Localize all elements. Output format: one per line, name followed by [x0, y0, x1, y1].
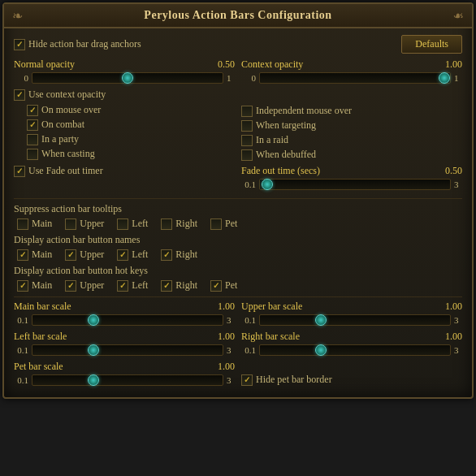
- names-upper-row: Upper: [65, 249, 104, 261]
- on-mouse-over-checkbox[interactable]: [27, 105, 38, 116]
- left-scale-label: Left bar scale: [14, 331, 67, 343]
- suppress-left-checkbox[interactable]: [117, 219, 128, 230]
- right-scale-slider[interactable]: [259, 344, 451, 356]
- suppress-main-checkbox[interactable]: [17, 219, 28, 230]
- context-opacity-thumb[interactable]: [439, 72, 450, 84]
- hotkeys-right-checkbox[interactable]: [161, 280, 172, 292]
- independent-mouse-checkbox[interactable]: [241, 106, 253, 117]
- use-context-label: Use context opacity: [28, 89, 106, 101]
- hotkeys-upper-row: Upper: [65, 279, 104, 292]
- on-combat-checkbox[interactable]: [27, 119, 38, 131]
- on-combat-row: On combat: [27, 119, 235, 131]
- context-opacity-slider[interactable]: [259, 72, 451, 84]
- when-targeting-label: When targeting: [256, 119, 316, 132]
- suppress-left-row: Left: [117, 218, 148, 230]
- hotkeys-upper-label: Upper: [80, 279, 104, 292]
- normal-opacity-thumb[interactable]: [122, 72, 133, 84]
- left-scale-slider[interactable]: [32, 344, 223, 356]
- hotkeys-main-row: Main: [17, 279, 52, 292]
- names-left-checkbox[interactable]: [117, 249, 128, 261]
- hotkeys-upper-checkbox[interactable]: [65, 280, 76, 292]
- fade-timer-row: Use Fade out timer: [14, 165, 235, 177]
- suppress-tooltips-label: Suppress action bar tooltips: [14, 203, 122, 214]
- hotkeys-main-checkbox[interactable]: [17, 280, 28, 292]
- hide-pet-border-label: Hide pet bar border: [256, 374, 332, 386]
- fade-timer-label: Use Fade out timer: [28, 165, 103, 177]
- on-combat-label: On combat: [41, 119, 84, 131]
- normal-opacity-slider[interactable]: [32, 72, 223, 84]
- names-upper-checkbox[interactable]: [65, 249, 76, 261]
- defaults-button[interactable]: Defaults: [401, 35, 462, 54]
- in-raid-label: In a raid: [256, 134, 288, 146]
- main-scale-max: 3: [227, 315, 235, 325]
- main-scale-thumb[interactable]: [88, 314, 99, 326]
- upper-scale-thumb[interactable]: [315, 314, 327, 326]
- use-context-checkbox[interactable]: [14, 89, 25, 101]
- suppress-main-row: Main: [17, 218, 52, 230]
- main-window: Perylous Action Bars Configuration Hide …: [2, 2, 474, 399]
- normal-opacity-max: 1: [227, 73, 235, 83]
- pet-scale-max: 3: [227, 375, 235, 385]
- when-debuffed-row: When debuffed: [241, 149, 462, 161]
- names-left-label: Left: [132, 249, 148, 261]
- names-right-checkbox[interactable]: [161, 249, 172, 261]
- on-mouse-over-row: On mouse over: [27, 104, 235, 116]
- upper-scale-slider[interactable]: [259, 314, 451, 326]
- normal-opacity-min: 0: [14, 73, 28, 83]
- hide-pet-border-checkbox[interactable]: [241, 374, 253, 386]
- upper-scale-max: 3: [454, 315, 462, 325]
- pet-scale-thumb[interactable]: [88, 374, 99, 386]
- independent-mouse-label: Independent mouse over: [256, 105, 352, 117]
- fade-time-slider[interactable]: [259, 179, 451, 190]
- hotkeys-pet-row: Pet: [210, 279, 237, 292]
- when-targeting-checkbox[interactable]: [241, 120, 253, 132]
- hide-anchors-checkbox[interactable]: [14, 39, 25, 50]
- fade-timer-checkbox[interactable]: [14, 166, 25, 177]
- independent-mouse-row: Independent mouse over: [241, 105, 462, 117]
- when-casting-row: When casting: [27, 148, 235, 160]
- in-raid-checkbox[interactable]: [241, 135, 253, 146]
- normal-opacity-label: Normal opacity: [14, 58, 75, 71]
- suppress-right-checkbox[interactable]: [161, 219, 172, 230]
- suppress-upper-label: Upper: [80, 218, 104, 230]
- suppress-pet-checkbox[interactable]: [210, 219, 222, 230]
- pet-scale-value: 1.00: [218, 361, 235, 373]
- suppress-pet-row: Pet: [210, 218, 237, 230]
- right-scale-thumb[interactable]: [315, 344, 327, 356]
- in-party-checkbox[interactable]: [27, 134, 38, 145]
- right-scale-max: 3: [454, 345, 462, 355]
- hotkeys-left-label: Left: [132, 279, 148, 292]
- names-right-label: Right: [175, 249, 197, 261]
- when-casting-checkbox[interactable]: [27, 149, 38, 160]
- fade-time-thumb[interactable]: [262, 179, 273, 190]
- left-scale-thumb[interactable]: [88, 344, 99, 356]
- fade-time-min: 0.1: [241, 180, 256, 189]
- context-opacity-label: Context opacity: [241, 58, 303, 71]
- names-main-label: Main: [32, 249, 52, 261]
- hotkeys-left-checkbox[interactable]: [117, 280, 128, 292]
- hotkeys-main-label: Main: [32, 279, 52, 292]
- when-debuffed-checkbox[interactable]: [241, 149, 253, 161]
- pet-scale-slider[interactable]: [32, 374, 223, 386]
- upper-scale-label: Upper bar scale: [241, 301, 302, 313]
- suppress-main-label: Main: [32, 218, 52, 230]
- names-right-row: Right: [161, 249, 197, 261]
- left-scale-value: 1.00: [218, 331, 235, 343]
- main-scale-label: Main bar scale: [14, 301, 71, 313]
- fade-time-max: 3: [454, 180, 462, 189]
- context-opacity-max: 1: [454, 73, 462, 83]
- hotkeys-left-row: Left: [117, 279, 148, 292]
- right-scale-min: 0.1: [241, 345, 256, 355]
- hide-pet-border-row: Hide pet bar border: [241, 374, 332, 386]
- on-mouse-over-label: On mouse over: [41, 104, 101, 116]
- suppress-upper-checkbox[interactable]: [65, 219, 76, 230]
- main-scale-slider[interactable]: [32, 314, 223, 326]
- fade-time-label: Fade out time (secs): [241, 165, 320, 177]
- hotkeys-pet-checkbox[interactable]: [210, 280, 222, 292]
- pet-scale-label: Pet bar scale: [14, 361, 63, 373]
- names-main-checkbox[interactable]: [17, 249, 28, 261]
- suppress-upper-row: Upper: [65, 218, 104, 230]
- hide-anchors-row: Hide action bar drag anchors: [14, 38, 141, 50]
- right-scale-value: 1.00: [445, 331, 462, 343]
- title-bar: Perylous Action Bars Configuration: [4, 4, 472, 28]
